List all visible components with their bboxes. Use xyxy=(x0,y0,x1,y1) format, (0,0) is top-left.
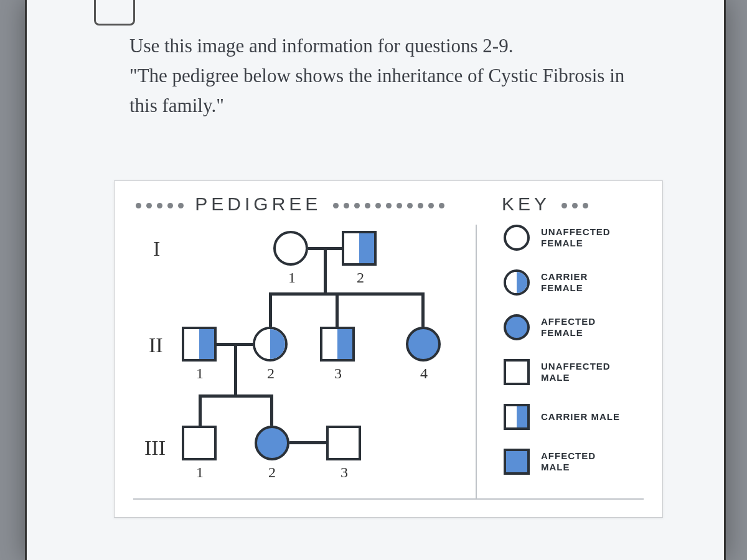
key-label: UNAFFECTED MALE xyxy=(541,361,622,383)
individual-II-3 xyxy=(320,327,355,362)
individual-number: 1 xyxy=(190,365,209,382)
individual-number: 2 xyxy=(263,464,281,481)
dot-icon xyxy=(344,203,349,208)
square-fill-icon xyxy=(504,449,530,475)
prompt-line-1: Use this image and information for quest… xyxy=(129,31,640,61)
question-screen: Use this image and information for quest… xyxy=(25,0,726,560)
sibling-line xyxy=(199,394,273,398)
descent-line xyxy=(270,394,273,426)
dot-icon xyxy=(428,203,434,208)
dot-icon xyxy=(561,203,567,208)
dot-icon xyxy=(386,203,392,208)
key-affected-female: AFFECTED FEMALE xyxy=(504,314,622,340)
key-unaffected-male: UNAFFECTED MALE xyxy=(504,359,622,385)
dot-icon xyxy=(167,203,173,208)
key-title: KEY xyxy=(502,194,550,214)
prompt-line-2: "The pedigree below shows the inheritanc… xyxy=(129,61,640,121)
circle-half-icon xyxy=(504,269,530,296)
key-label: AFFECTED FEMALE xyxy=(541,316,622,338)
individual-III-1 xyxy=(182,426,217,460)
pedigree-card: PEDIGREE KEY I II III 1 2 1 2 3 4 xyxy=(114,180,663,518)
individual-I-2 xyxy=(342,231,377,266)
page-tab-icon xyxy=(94,0,135,26)
dot-icon xyxy=(397,203,402,208)
individual-number: 4 xyxy=(415,365,433,382)
dot-icon xyxy=(146,203,152,208)
dot-icon xyxy=(365,203,370,208)
key-label: AFFECTED MALE xyxy=(541,450,622,473)
key-unaffected-female: UNAFFECTED FEMALE xyxy=(504,225,622,251)
individual-number: 2 xyxy=(351,269,370,286)
square-icon xyxy=(504,359,530,385)
circle-icon xyxy=(504,225,530,251)
individual-I-1 xyxy=(273,231,308,266)
descent-line xyxy=(269,292,272,327)
dot-icon xyxy=(136,203,141,208)
individual-number: 1 xyxy=(283,269,301,286)
pedigree-title: PEDIGREE xyxy=(195,194,321,214)
individual-II-2 xyxy=(253,327,288,362)
descent-line xyxy=(324,250,327,292)
dot-icon xyxy=(157,203,162,208)
key-label: CARRIER MALE xyxy=(541,411,622,422)
individual-III-2 xyxy=(255,426,289,460)
descent-line xyxy=(336,292,339,327)
dot-icon xyxy=(572,203,578,208)
key-label: CARRIER FEMALE xyxy=(541,271,622,294)
divider xyxy=(133,498,644,500)
square-half-icon xyxy=(504,404,530,430)
descent-line xyxy=(199,394,202,426)
dot-icon xyxy=(583,203,588,208)
key-label: UNAFFECTED FEMALE xyxy=(541,226,622,249)
question-prompt: Use this image and information for quest… xyxy=(129,31,640,121)
generation-label-1: I xyxy=(153,237,160,261)
circle-fill-icon xyxy=(504,314,530,340)
dot-icon xyxy=(439,203,444,208)
individual-III-3 xyxy=(326,426,361,460)
individual-II-1 xyxy=(182,327,217,362)
individual-number: 3 xyxy=(335,464,354,481)
key-carrier-female: CARRIER FEMALE xyxy=(504,269,622,296)
mating-line xyxy=(289,441,326,444)
sibling-line xyxy=(269,292,425,296)
dot-icon xyxy=(375,203,381,208)
dot-icon xyxy=(418,203,423,208)
key-carrier-male: CARRIER MALE xyxy=(504,404,622,430)
key-header: KEY xyxy=(502,194,591,215)
individual-number: 1 xyxy=(190,464,209,481)
descent-line xyxy=(234,346,237,394)
divider xyxy=(476,225,477,498)
pedigree-header: PEDIGREE xyxy=(133,194,447,215)
individual-number: 3 xyxy=(329,365,347,382)
key-affected-male: AFFECTED MALE xyxy=(504,449,622,475)
generation-label-2: II xyxy=(149,334,163,357)
descent-line xyxy=(421,292,425,327)
generation-label-3: III xyxy=(144,436,166,460)
individual-II-4 xyxy=(406,327,441,362)
individual-number: 2 xyxy=(261,365,280,382)
dot-icon xyxy=(178,203,184,208)
dot-icon xyxy=(407,203,413,208)
dot-icon xyxy=(354,203,360,208)
dot-icon xyxy=(333,203,339,208)
